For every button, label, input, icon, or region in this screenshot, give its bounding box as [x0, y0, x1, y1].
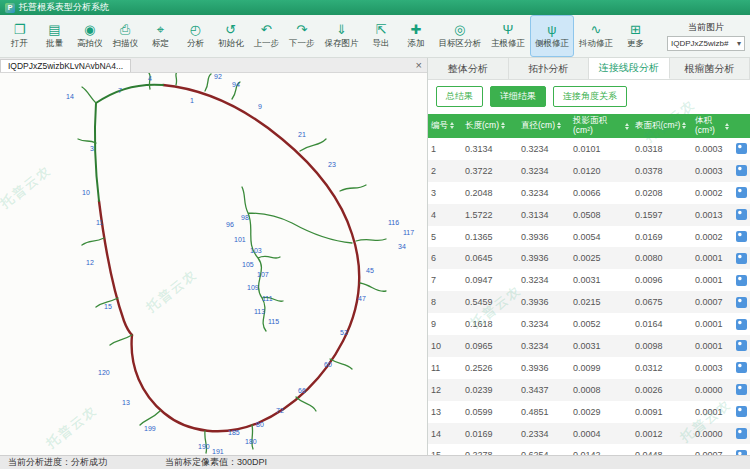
table-cell: 1	[428, 144, 462, 154]
result-button-row: 总结果详细结果连接角度关系	[428, 80, 750, 112]
toolbar-item-label: 标定	[152, 38, 169, 50]
table-cell: 2	[428, 166, 462, 176]
current-image-dropdown[interactable]: IQDPJxZ5wizb# ▾	[667, 36, 745, 51]
toolbar-item-initialize[interactable]: ↺初始化	[213, 15, 249, 57]
view-row-icon[interactable]	[736, 143, 747, 154]
toolbar-item-add[interactable]: ✚添加	[399, 15, 434, 57]
table-row[interactable]: 70.09470.32340.00310.00960.0001	[428, 269, 750, 291]
table-cell: 0.4851	[518, 407, 570, 417]
view-row-icon[interactable]	[736, 319, 747, 330]
view-row-icon[interactable]	[736, 253, 747, 264]
view-row-icon[interactable]	[736, 209, 747, 220]
toolbar-item-scanner[interactable]: ⎙扫描仪	[108, 15, 144, 57]
table-cell: 0.3936	[518, 297, 570, 307]
view-row-icon[interactable]	[736, 187, 747, 198]
table-row[interactable]: 90.16180.32340.00520.01640.0001	[428, 313, 750, 335]
table-row[interactable]: 140.01690.23340.00040.00120.0000	[428, 423, 750, 445]
table-row[interactable]: 120.02390.34370.00080.00260.0000	[428, 379, 750, 401]
calibration-status: 当前标定像素值：300DPI	[165, 456, 267, 469]
toolbar-item-next-step[interactable]: ↷下一步	[284, 15, 320, 57]
table-cell: 0.0008	[570, 385, 632, 395]
table-cell: 0.0318	[632, 144, 692, 154]
toolbar-item-more[interactable]: ⊞更多	[618, 15, 653, 57]
column-header[interactable]: 直径(cm)	[518, 121, 570, 131]
jitter-fix-icon: ∿	[591, 22, 602, 37]
toolbar-item-lateral-root-fix[interactable]: ψ侧根修正	[530, 15, 574, 57]
table-cell: 0.0965	[462, 341, 518, 351]
table-cell: 0.0003	[692, 144, 732, 154]
tab-rhizobium-analysis[interactable]: 根瘤菌分析	[670, 58, 750, 79]
view-row-icon[interactable]	[736, 297, 747, 308]
tab-topology-analysis[interactable]: 拓扑分析	[509, 58, 590, 79]
view-row-icon[interactable]	[736, 384, 747, 395]
table-cell: 5	[428, 232, 462, 242]
toolbar-item-target-area[interactable]: ◎目标区分析	[434, 15, 487, 57]
table-row[interactable]: 150.22780.62540.01420.04480.0007	[428, 444, 750, 455]
view-row-icon[interactable]	[736, 231, 747, 242]
table-row[interactable]: 130.05990.48510.00290.00910.0001	[428, 401, 750, 423]
close-icon[interactable]: ×	[416, 58, 422, 72]
analysis-progress-status: 当前分析进度：分析成功	[8, 456, 107, 469]
toolbar-item-main-root-fix[interactable]: Ψ主根修正	[486, 15, 530, 57]
tab-overall-analysis[interactable]: 整体分析	[428, 58, 509, 79]
view-row-icon[interactable]	[736, 428, 747, 439]
toolbar-item-label: 添加	[408, 38, 425, 50]
table-cell: 0.0000	[692, 385, 732, 395]
column-header[interactable]: 编号	[428, 121, 462, 131]
table-row[interactable]: 60.06450.39360.00250.00800.0001	[428, 247, 750, 269]
table-cell: 0.3234	[518, 144, 570, 154]
sort-arrows-icon[interactable]	[625, 123, 629, 130]
toolbar-item-label: 下一步	[289, 38, 315, 50]
view-row-icon[interactable]	[736, 165, 747, 176]
table-row[interactable]: 100.09650.32340.00310.00980.0001	[428, 335, 750, 357]
table-row[interactable]: 30.20480.32340.00660.02080.0002	[428, 182, 750, 204]
toolbar-item-save-image[interactable]: ⇓保存图片	[320, 15, 364, 57]
tab-segment-analysis[interactable]: 连接线段分析	[589, 58, 670, 79]
total-result-button[interactable]: 总结果	[436, 86, 483, 107]
view-row-icon[interactable]	[736, 340, 747, 351]
toolbar-item-camera[interactable]: ◉高拍仪	[72, 15, 108, 57]
current-image-value: IQDPJxZ5wizb#	[671, 39, 728, 48]
sort-arrows-icon[interactable]	[501, 122, 505, 129]
toolbar-item-open[interactable]: ❐打开	[2, 15, 37, 57]
column-header[interactable]: 体积(cm³)	[692, 116, 732, 136]
table-cell: 13	[428, 407, 462, 417]
table-row[interactable]: 50.13650.39360.00540.01690.0002	[428, 226, 750, 248]
table-cell: 0.0000	[692, 429, 732, 439]
table-row[interactable]: 110.25260.39360.00990.03120.0003	[428, 357, 750, 379]
next-step-icon: ↷	[296, 22, 307, 37]
table-row[interactable]: 41.57220.31340.05080.15970.0013	[428, 204, 750, 226]
toolbar-item-previous-step[interactable]: ↶上一步	[249, 15, 285, 57]
view-row-icon[interactable]	[736, 406, 747, 417]
calibrate-icon: ⌖	[157, 22, 164, 37]
view-row-icon[interactable]	[736, 275, 747, 286]
detail-result-button[interactable]: 详细结果	[490, 86, 546, 107]
toolbar-item-calibrate[interactable]: ⌖标定	[143, 15, 178, 57]
toolbar-item-export[interactable]: ⇱导出	[364, 15, 399, 57]
sort-arrows-icon[interactable]	[450, 122, 454, 129]
column-header[interactable]: 投影面积(cm²)	[570, 116, 632, 136]
sort-arrows-icon[interactable]	[725, 123, 729, 130]
sort-arrows-icon[interactable]	[557, 122, 561, 129]
toolbar-item-batch[interactable]: ▤批量	[37, 15, 72, 57]
table-row[interactable]: 20.37220.32340.01200.03780.0003	[428, 160, 750, 182]
table-row[interactable]: 10.31340.32340.01010.03180.0003	[428, 138, 750, 160]
column-header[interactable]: 长度(cm)	[462, 121, 518, 131]
table-cell: 0.0013	[692, 210, 732, 220]
root-image-canvas[interactable]: 4929417149212311611734454752606672801801…	[0, 73, 427, 455]
table-row[interactable]: 80.54590.39360.02150.06750.0007	[428, 291, 750, 313]
table-cell: 12	[428, 385, 462, 395]
table-cell: 0.0054	[570, 232, 632, 242]
table-cell: 0.3134	[462, 144, 518, 154]
table-cell: 0.0164	[632, 319, 692, 329]
column-header[interactable]: 表面积(cm²)	[632, 121, 692, 131]
view-row-icon[interactable]	[736, 362, 747, 373]
table-cell: 3	[428, 188, 462, 198]
image-tab[interactable]: IQDPJxZ5wizbKLvNAvbNA4...	[0, 59, 131, 72]
app-logo-icon: P	[5, 3, 15, 13]
toolbar-item-analyze[interactable]: ◴分析	[178, 15, 213, 57]
table-cell: 0.0947	[462, 275, 518, 285]
sort-arrows-icon[interactable]	[682, 122, 686, 129]
toolbar-item-jitter-fix[interactable]: ∿抖动修正	[574, 15, 618, 57]
angle-relation-button[interactable]: 连接角度关系	[553, 86, 627, 107]
